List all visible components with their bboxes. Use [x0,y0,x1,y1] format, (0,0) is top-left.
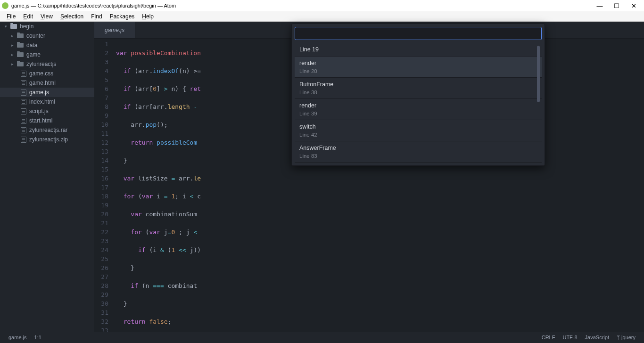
status-position[interactable]: 1:1 [31,335,45,340]
palette-item[interactable]: Line 19 [295,43,542,57]
folder-icon [17,62,24,66]
palette-input[interactable] [295,27,542,40]
palette-item[interactable]: AnswerFrameLine 83 [295,141,542,163]
palette-item[interactable]: renderLine 39 [295,99,542,120]
tree-file[interactable]: game.html [0,78,94,88]
menu-find[interactable]: Find [87,13,106,20]
titlebar: game.js — C:\xampp\htdocs\testcodes\reac… [0,0,644,11]
scrollbar[interactable] [537,46,540,102]
menu-packages[interactable]: Packages [106,13,139,20]
chevron-down-icon: ▾ [5,24,9,29]
file-icon [21,90,26,96]
gutter: 1234567891011121314151617181920212223242… [94,39,113,332]
tree-file[interactable]: script.js [0,106,94,116]
tree-folder[interactable]: ▸zylunreactjs [0,59,94,69]
file-icon [21,99,26,105]
menubar: File Edit View Selection Find Packages H… [0,11,644,22]
status-file[interactable]: game.js [5,335,31,340]
file-icon [21,71,26,77]
status-lineending[interactable]: CRLF [538,335,559,340]
minimize-button[interactable]: — [591,2,608,9]
command-palette: Line 19renderLine 20ButtonFrameLine 38re… [291,24,545,166]
window-title: game.js — C:\xampp\htdocs\testcodes\reac… [11,3,176,8]
tree-file[interactable]: game.js [0,88,94,97]
tree-file[interactable]: zylunreactjs.zip [0,135,94,144]
palette-item[interactable]: renderLine 20 [295,57,542,78]
tree-file[interactable]: index.html [0,97,94,106]
chevron-right-icon: ▸ [11,33,16,38]
folder-icon [17,52,24,57]
status-bar: game.js 1:1 CRLF UTF-8 JavaScript jquery [0,332,644,343]
file-icon [21,118,26,124]
tree-root-label: begin [20,23,33,30]
palette-list[interactable]: Line 19renderLine 20ButtonFrameLine 38re… [295,43,542,163]
palette-item[interactable]: ButtonFrameLine 38 [295,78,542,99]
status-grammar[interactable]: JavaScript [581,335,613,340]
close-button[interactable]: ✕ [625,2,642,9]
folder-icon [17,43,24,48]
folder-icon [17,33,24,38]
tree-folder[interactable]: ▸data [0,41,94,50]
tree-file[interactable]: start.html [0,116,94,125]
chevron-right-icon: ▸ [11,62,16,66]
status-branch[interactable]: jquery [613,335,639,340]
folder-icon [10,24,17,29]
palette-item[interactable]: switchLine 42 [295,120,542,141]
menu-view[interactable]: View [37,13,57,20]
tree-folder[interactable]: ▸counter [0,31,94,41]
file-icon [21,127,26,133]
tree-file[interactable]: zylunreactjs.rar [0,125,94,135]
tab-game-js[interactable]: game.js [94,22,135,38]
menu-help[interactable]: Help [138,13,157,20]
maximize-button[interactable]: ☐ [608,2,625,9]
status-encoding[interactable]: UTF-8 [559,335,581,340]
menu-file[interactable]: File [3,13,19,20]
chevron-right-icon: ▸ [11,52,16,57]
menu-selection[interactable]: Selection [57,13,87,20]
tree-view[interactable]: ▾ begin ▸counter ▸data ▸game ▸zylunreact… [0,22,94,332]
menu-edit[interactable]: Edit [19,13,37,20]
file-icon [21,108,26,114]
chevron-right-icon: ▸ [11,43,16,48]
tree-folder[interactable]: ▸game [0,50,94,59]
file-icon [21,80,26,86]
atom-icon [2,2,8,9]
tree-root[interactable]: ▾ begin [0,22,94,31]
tree-file[interactable]: game.css [0,69,94,78]
file-icon [21,137,26,143]
